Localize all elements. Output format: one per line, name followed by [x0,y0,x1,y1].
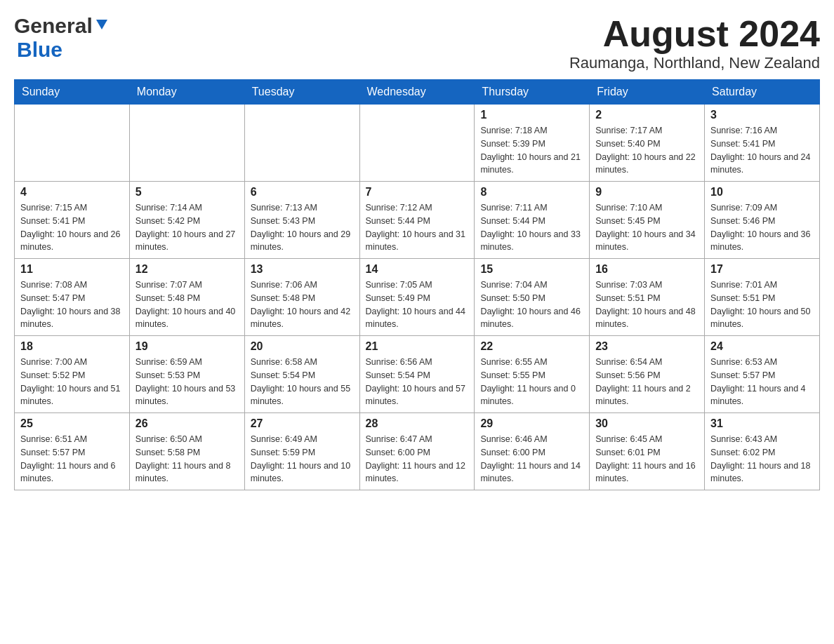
day-number: 2 [595,109,699,121]
calendar-header-row: SundayMondayTuesdayWednesdayThursdayFrid… [15,80,820,105]
day-number: 19 [135,340,239,353]
day-number: 21 [366,340,469,353]
day-number: 4 [20,186,124,199]
calendar-cell: 30Sunrise: 6:45 AMSunset: 6:01 PMDayligh… [590,413,705,490]
calendar-cell [244,105,359,182]
day-number: 20 [251,340,354,353]
calendar-cell: 1Sunrise: 7:18 AMSunset: 5:39 PMDaylight… [475,105,590,182]
day-number: 5 [135,186,239,199]
calendar-header-thursday: Thursday [475,80,590,105]
day-number: 7 [366,186,469,199]
logo: General Blue [14,14,110,62]
calendar-cell: 12Sunrise: 7:07 AMSunset: 5:48 PMDayligh… [129,259,244,336]
calendar-cell: 13Sunrise: 7:06 AMSunset: 5:48 PMDayligh… [244,259,359,336]
day-number: 18 [20,340,124,353]
page-header: General Blue August 2024 Raumanga, North… [14,14,820,72]
calendar-cell: 9Sunrise: 7:10 AMSunset: 5:45 PMDaylight… [590,182,705,259]
logo-general-text: General [14,14,93,38]
calendar-week-5: 25Sunrise: 6:51 AMSunset: 5:57 PMDayligh… [15,413,820,490]
calendar-cell: 23Sunrise: 6:54 AMSunset: 5:56 PMDayligh… [590,336,705,413]
day-info: Sunrise: 7:05 AMSunset: 5:49 PMDaylight:… [366,279,469,331]
day-info: Sunrise: 7:17 AMSunset: 5:40 PMDaylight:… [595,124,699,177]
calendar-cell [129,105,244,182]
calendar-cell: 10Sunrise: 7:09 AMSunset: 5:46 PMDayligh… [705,182,820,259]
calendar-cell [359,105,475,182]
day-info: Sunrise: 7:04 AMSunset: 5:50 PMDaylight:… [480,279,583,331]
calendar-cell: 24Sunrise: 6:53 AMSunset: 5:57 PMDayligh… [705,336,820,413]
day-info: Sunrise: 6:58 AMSunset: 5:54 PMDaylight:… [251,356,354,408]
day-info: Sunrise: 7:11 AMSunset: 5:44 PMDaylight:… [480,201,583,254]
day-info: Sunrise: 6:51 AMSunset: 5:57 PMDaylight:… [20,433,124,485]
day-number: 22 [480,340,583,353]
calendar-cell: 16Sunrise: 7:03 AMSunset: 5:51 PMDayligh… [590,259,705,336]
day-info: Sunrise: 7:03 AMSunset: 5:51 PMDaylight:… [595,279,699,331]
calendar-week-1: 1Sunrise: 7:18 AMSunset: 5:39 PMDaylight… [15,105,820,182]
day-info: Sunrise: 6:45 AMSunset: 6:01 PMDaylight:… [595,433,699,485]
calendar-header-sunday: Sunday [15,80,130,105]
calendar-cell: 15Sunrise: 7:04 AMSunset: 5:50 PMDayligh… [475,259,590,336]
calendar-cell: 25Sunrise: 6:51 AMSunset: 5:57 PMDayligh… [15,413,130,490]
day-number: 29 [480,417,583,430]
month-title: August 2024 [569,14,820,54]
day-info: Sunrise: 7:16 AMSunset: 5:41 PMDaylight:… [710,124,814,177]
day-info: Sunrise: 6:53 AMSunset: 5:57 PMDaylight:… [710,356,814,408]
day-info: Sunrise: 6:47 AMSunset: 6:00 PMDaylight:… [366,433,469,485]
day-info: Sunrise: 6:54 AMSunset: 5:56 PMDaylight:… [595,356,699,408]
day-number: 15 [480,263,583,276]
calendar-cell: 27Sunrise: 6:49 AMSunset: 5:59 PMDayligh… [244,413,359,490]
day-number: 11 [20,263,124,276]
day-info: Sunrise: 6:49 AMSunset: 5:59 PMDaylight:… [251,433,354,485]
day-info: Sunrise: 6:59 AMSunset: 5:53 PMDaylight:… [135,356,239,408]
day-number: 17 [710,263,814,276]
calendar-cell: 11Sunrise: 7:08 AMSunset: 5:47 PMDayligh… [15,259,130,336]
calendar-cell: 2Sunrise: 7:17 AMSunset: 5:40 PMDaylight… [590,105,705,182]
calendar-cell: 17Sunrise: 7:01 AMSunset: 5:51 PMDayligh… [705,259,820,336]
calendar-week-2: 4Sunrise: 7:15 AMSunset: 5:41 PMDaylight… [15,182,820,259]
day-info: Sunrise: 7:06 AMSunset: 5:48 PMDaylight:… [251,279,354,331]
day-info: Sunrise: 6:43 AMSunset: 6:02 PMDaylight:… [710,433,814,485]
calendar-header-monday: Monday [129,80,244,105]
calendar-cell: 8Sunrise: 7:11 AMSunset: 5:44 PMDaylight… [475,182,590,259]
day-number: 27 [251,417,354,430]
day-info: Sunrise: 7:13 AMSunset: 5:43 PMDaylight:… [251,201,354,254]
logo-arrow-icon [94,17,110,32]
day-number: 24 [710,340,814,353]
day-info: Sunrise: 7:15 AMSunset: 5:41 PMDaylight:… [20,201,124,254]
title-section: August 2024 Raumanga, Northland, New Zea… [569,14,820,72]
calendar-cell: 4Sunrise: 7:15 AMSunset: 5:41 PMDaylight… [15,182,130,259]
calendar-header-tuesday: Tuesday [244,80,359,105]
calendar-week-3: 11Sunrise: 7:08 AMSunset: 5:47 PMDayligh… [15,259,820,336]
calendar-header-saturday: Saturday [705,80,820,105]
logo-blue-text: Blue [17,38,62,61]
day-number: 31 [710,417,814,430]
day-number: 9 [595,186,699,199]
day-info: Sunrise: 7:09 AMSunset: 5:46 PMDaylight:… [710,201,814,254]
calendar-cell: 31Sunrise: 6:43 AMSunset: 6:02 PMDayligh… [705,413,820,490]
calendar-cell: 22Sunrise: 6:55 AMSunset: 5:55 PMDayligh… [475,336,590,413]
calendar-cell: 6Sunrise: 7:13 AMSunset: 5:43 PMDaylight… [244,182,359,259]
day-number: 3 [710,109,814,121]
calendar-cell: 20Sunrise: 6:58 AMSunset: 5:54 PMDayligh… [244,336,359,413]
calendar-cell: 28Sunrise: 6:47 AMSunset: 6:00 PMDayligh… [359,413,475,490]
day-number: 1 [480,109,583,121]
day-number: 12 [135,263,239,276]
calendar-cell: 26Sunrise: 6:50 AMSunset: 5:58 PMDayligh… [129,413,244,490]
calendar-cell: 5Sunrise: 7:14 AMSunset: 5:42 PMDaylight… [129,182,244,259]
day-info: Sunrise: 7:14 AMSunset: 5:42 PMDaylight:… [135,201,239,254]
calendar-week-4: 18Sunrise: 7:00 AMSunset: 5:52 PMDayligh… [15,336,820,413]
day-number: 8 [480,186,583,199]
day-number: 26 [135,417,239,430]
day-number: 13 [251,263,354,276]
calendar-cell: 14Sunrise: 7:05 AMSunset: 5:49 PMDayligh… [359,259,475,336]
calendar-cell: 7Sunrise: 7:12 AMSunset: 5:44 PMDaylight… [359,182,475,259]
day-number: 30 [595,417,699,430]
calendar-table: SundayMondayTuesdayWednesdayThursdayFrid… [14,79,820,490]
calendar-cell: 29Sunrise: 6:46 AMSunset: 6:00 PMDayligh… [475,413,590,490]
day-info: Sunrise: 7:01 AMSunset: 5:51 PMDaylight:… [710,279,814,331]
location: Raumanga, Northland, New Zealand [569,54,820,72]
day-info: Sunrise: 7:08 AMSunset: 5:47 PMDaylight:… [20,279,124,331]
day-number: 16 [595,263,699,276]
calendar-cell: 21Sunrise: 6:56 AMSunset: 5:54 PMDayligh… [359,336,475,413]
calendar-cell: 3Sunrise: 7:16 AMSunset: 5:41 PMDaylight… [705,105,820,182]
day-number: 10 [710,186,814,199]
